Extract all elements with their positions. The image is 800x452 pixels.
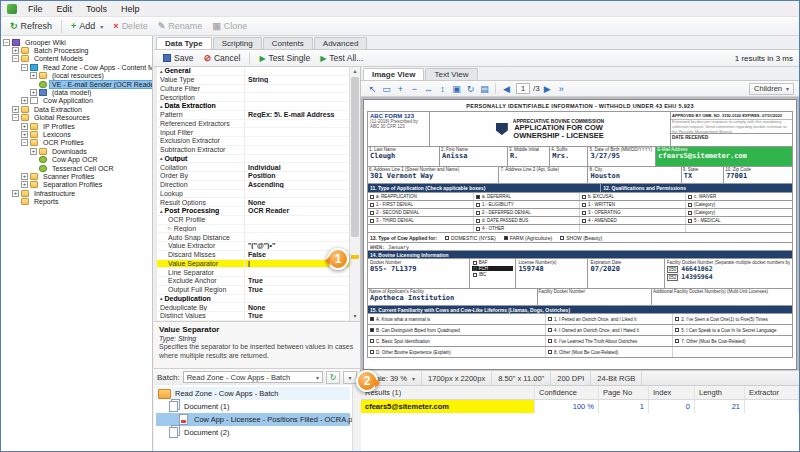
expand-icon[interactable]: +: [30, 148, 37, 155]
tab-data-type[interactable]: Data Type: [156, 37, 212, 49]
batch-item-document-2[interactable]: Document (2): [156, 426, 350, 439]
tree-item-infrastructure[interactable]: +Infrastructure: [1, 189, 152, 197]
tree-item-cow-application[interactable]: +Cow Application: [1, 97, 152, 105]
collapse-icon[interactable]: ▴: [160, 208, 163, 214]
property-row-region[interactable]: ▷Region: [157, 225, 349, 234]
batchtree-scrollbar[interactable]: [352, 385, 361, 451]
region-icon[interactable]: ▭: [380, 82, 393, 95]
property-row-direction[interactable]: DirectionAscending: [157, 181, 349, 190]
collapse-icon[interactable]: ▴: [160, 295, 163, 301]
batch-item-document-1[interactable]: Document (1): [156, 400, 350, 413]
scrollbar-thumb[interactable]: [351, 77, 359, 237]
clone-button[interactable]: ▣Clone: [207, 19, 252, 33]
tree-item-grooper-wiki[interactable]: −Grooper Wiki: [1, 38, 152, 46]
zoom-out-icon[interactable]: −: [408, 82, 421, 95]
menu-help[interactable]: Help: [114, 3, 147, 15]
collapse-icon[interactable]: −: [12, 114, 19, 121]
property-row-distinct-values[interactable]: Distinct ValuesTrue: [157, 312, 349, 321]
tab-advanced[interactable]: Advanced: [314, 37, 368, 49]
delete-button[interactable]: ×Delete: [108, 19, 152, 33]
property-row-value-extractor[interactable]: Value Extractor"("@")•": [157, 242, 349, 251]
expand-icon[interactable]: +: [21, 97, 28, 104]
viewer-tab-image-view[interactable]: Image View: [363, 68, 424, 80]
property-row-input-filter[interactable]: Input Filter: [157, 128, 349, 137]
tree-item-ip-profiles[interactable]: +IP Profiles: [1, 122, 152, 130]
batch-item-cow-app-licensee-positions-filled-ocra-pdf[interactable]: Cow App - Licensee - Positions Filled - …: [156, 413, 350, 426]
expand-icon[interactable]: +: [12, 190, 19, 197]
cancel-button[interactable]: ⊘Cancel: [198, 51, 245, 65]
tree-item-local-resources[interactable]: +(local resources): [1, 72, 152, 80]
viewer-tab-text-view[interactable]: Text View: [425, 68, 477, 80]
collapse-icon[interactable]: −: [3, 39, 10, 46]
collapse-icon[interactable]: ▴: [160, 155, 163, 161]
property-section-deduplication[interactable]: ▴Deduplication: [157, 295, 349, 304]
actual-size-icon[interactable]: ▣: [450, 82, 463, 95]
expand-icon[interactable]: +: [21, 123, 28, 130]
property-row-subtraction-extractor[interactable]: Subtraction Extractor: [157, 146, 349, 155]
property-row-culture-filter[interactable]: Culture Filter: [157, 85, 349, 94]
property-section-data-extraction[interactable]: ▴Data Extraction: [157, 102, 349, 111]
property-row-description[interactable]: Description: [157, 93, 349, 102]
property-row-output-full-region[interactable]: Output Full RegionTrue: [157, 286, 349, 295]
thumbnails-icon[interactable]: ▤: [478, 82, 491, 95]
collapse-icon[interactable]: −: [12, 55, 19, 62]
tree-item-read-zone-cow-apps-content-model[interactable]: −Read Zone - Cow Apps - Content Model: [1, 63, 152, 71]
expand-icon[interactable]: +: [21, 173, 28, 180]
property-row-line-separator[interactable]: Line Separator: [157, 268, 349, 277]
tree-item-global-resources[interactable]: −Global Resources: [1, 114, 152, 122]
scroll-down-icon[interactable]: ▾: [350, 312, 360, 321]
property-row-auto-snap-distance[interactable]: Auto Snap Distance: [157, 233, 349, 242]
menu-file[interactable]: File: [21, 3, 50, 15]
property-row-value-type[interactable]: Value TypeString: [157, 76, 349, 85]
batch-selector[interactable]: Read Zone - Cow Apps - Batch ▾: [183, 371, 323, 383]
batch-refresh-button[interactable]: ↻: [326, 371, 340, 384]
rename-button[interactable]: ✎Rename: [153, 19, 208, 33]
property-section-output[interactable]: ▴Output: [157, 155, 349, 164]
collapse-icon[interactable]: ▴: [160, 68, 163, 74]
pointer-icon[interactable]: ↖: [366, 82, 379, 95]
tree-item-tesseract-cell-ocr[interactable]: Tesseract Cell OCR: [1, 164, 152, 172]
property-row-ocr-profile[interactable]: OCR Profile: [157, 216, 349, 225]
prev-page-button[interactable]: ◀: [500, 82, 513, 95]
collapse-icon[interactable]: ▴: [160, 103, 163, 109]
expand-icon[interactable]: +: [21, 131, 28, 138]
refresh-button[interactable]: ↻Refresh: [5, 19, 57, 33]
tree-item-downloads[interactable]: +Downloads: [1, 147, 152, 155]
expand-icon[interactable]: +: [30, 72, 37, 79]
tree-item-content-models[interactable]: −Content Models: [1, 55, 152, 63]
menu-edit[interactable]: Edit: [50, 3, 80, 15]
expand-icon[interactable]: +: [30, 89, 37, 96]
tree-item-data-model[interactable]: +(data model): [1, 88, 152, 96]
property-row-collation[interactable]: CollationIndividual: [157, 163, 349, 172]
tab-scripting[interactable]: Scripting: [213, 37, 262, 49]
fit-window-icon[interactable]: ↕: [436, 82, 449, 95]
test-all-button[interactable]: ▶Test All...: [315, 51, 368, 65]
zoom-in-icon[interactable]: +: [394, 82, 407, 95]
save-button[interactable]: Save: [158, 51, 198, 65]
test-single-button[interactable]: ▶Test Single: [254, 51, 315, 65]
page-number-input[interactable]: 1: [516, 83, 530, 94]
menu-tools[interactable]: Tools: [79, 3, 114, 15]
rotate-icon[interactable]: ↻: [464, 82, 477, 95]
tree-item-ve-e-mail-sender-ocr-reader[interactable]: VE - E-mail Sender (OCR Reader): [1, 80, 152, 88]
expand-icon[interactable]: +: [21, 181, 28, 188]
result-row[interactable]: cfears5@sitemeter.com100 %1021: [361, 400, 799, 413]
tree-item-scanner-profiles[interactable]: +Scanner Profiles: [1, 172, 152, 180]
batch-menu-button[interactable]: ▾: [343, 371, 357, 384]
next-page-button[interactable]: ▶: [541, 82, 554, 95]
property-section-general[interactable]: ▴General: [157, 67, 349, 76]
add-button[interactable]: +Add▾: [66, 19, 108, 33]
property-section-post-processing[interactable]: ▴Post ProcessingOCR Reader: [157, 207, 349, 216]
document-viewport[interactable]: PERSONALLY IDENTIFIABLE INFORMATION - WI…: [361, 97, 799, 370]
property-row-exclusion-extractor[interactable]: Exclusion Extractor: [157, 137, 349, 146]
tree-item-cow-app-ocr[interactable]: Cow App OCR: [1, 155, 152, 163]
propgrid-scrollbar[interactable]: ▴ ▾: [349, 67, 360, 321]
property-row-referenced-extractors[interactable]: Referenced Extractors: [157, 120, 349, 129]
fit-width-icon[interactable]: ↔: [422, 82, 435, 95]
scroll-up-icon[interactable]: ▴: [350, 67, 360, 76]
expand-icon[interactable]: ▷: [168, 225, 172, 231]
property-row-exclude-anchor[interactable]: Exclude AnchorTrue: [157, 277, 349, 286]
tree-item-batch-processing[interactable]: +Batch Processing: [1, 46, 152, 54]
tree-item-ocr-profiles[interactable]: −OCR Profiles: [1, 139, 152, 147]
tree-item-lexicons[interactable]: +Lexicons: [1, 130, 152, 138]
